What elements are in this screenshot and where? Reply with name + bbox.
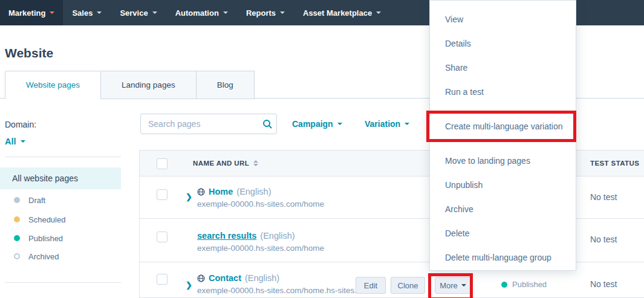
menu-item-details[interactable]: Details <box>430 31 576 56</box>
sidebar-item-archived[interactable]: Archived <box>0 251 121 262</box>
published-status-dot-icon <box>501 282 507 288</box>
chevron-down-icon <box>152 11 157 14</box>
chevron-down-icon <box>337 123 342 125</box>
select-all-checkbox[interactable] <box>157 158 168 169</box>
row-checkbox[interactable] <box>157 274 168 285</box>
nav-item-asset-marketplace[interactable]: Asset Marketplace <box>294 0 390 25</box>
expand-chevron-icon[interactable]: ❯ <box>186 280 192 290</box>
chevron-down-icon <box>223 11 228 14</box>
chevron-down-icon <box>405 123 409 125</box>
more-button[interactable]: More <box>435 277 471 294</box>
edit-button[interactable]: Edit <box>356 277 386 294</box>
globe-icon <box>197 274 205 282</box>
page-name-cell: Home (English) exemple-00000.hs-sites.co… <box>197 186 324 210</box>
chevron-down-icon <box>280 11 285 14</box>
search-input[interactable] <box>141 119 262 129</box>
nav-item-sales[interactable]: Sales <box>63 0 111 25</box>
globe-icon <box>197 188 205 196</box>
status-label: Published <box>28 234 63 243</box>
page-name-link[interactable]: Contact <box>209 272 241 284</box>
sidebar: Domain: All All website pages Draft Sche… <box>0 109 121 298</box>
tab-bar: Website pages Landing pages Blog <box>5 71 255 99</box>
menu-item-delete[interactable]: Delete <box>430 221 576 245</box>
menu-item-run-a-test[interactable]: Run a test <box>430 80 576 104</box>
sidebar-divider <box>5 157 121 157</box>
page-name-cell: Contact (English) exemple-00000.hs-sites… <box>197 272 361 297</box>
page-name-cell: search results (English) exemple-00000.h… <box>197 230 324 254</box>
domain-select[interactable]: All <box>5 137 25 146</box>
publish-status-label: Published <box>512 280 547 289</box>
nav-item-automation[interactable]: Automation <box>166 0 237 25</box>
scheduled-status-dot-icon <box>14 216 20 222</box>
clone-button[interactable]: Clone <box>391 277 425 294</box>
menu-item-unpublish[interactable]: Unpublish <box>430 173 576 197</box>
page-name-link[interactable]: Home <box>209 186 233 198</box>
campaign-filter-dropdown[interactable]: Campaign <box>292 119 342 129</box>
domain-select-value: All <box>5 137 16 146</box>
menu-item-share[interactable]: Share <box>430 56 576 80</box>
variation-filter-label: Variation <box>365 119 400 129</box>
status-label: Archived <box>28 252 59 261</box>
nav-item-label: Reports <box>246 8 276 18</box>
nav-item-label: Sales <box>72 8 93 18</box>
sidebar-item-scheduled[interactable]: Scheduled <box>0 214 121 225</box>
search-box <box>140 114 277 134</box>
page-url: exemple-00000.hs-sites.com/home <box>197 198 324 210</box>
row-checkbox[interactable] <box>157 232 168 242</box>
status-label: Scheduled <box>28 215 65 224</box>
column-header-test-status: TEST STATUS <box>590 160 639 167</box>
chevron-down-icon <box>21 140 25 143</box>
sort-icon[interactable] <box>253 160 258 166</box>
row-checkbox[interactable] <box>157 189 168 200</box>
nav-item-marketing[interactable]: Marketing <box>0 0 63 25</box>
menu-item-delete-multi-language-group[interactable]: Delete multi-language group <box>430 245 576 270</box>
column-header-name-and-url[interactable]: NAME AND URL <box>193 160 258 167</box>
chevron-down-icon <box>376 11 381 14</box>
page-url: exemple-00000.hs-sites.com/home.hs-sites… <box>197 285 361 297</box>
status-label: Draft <box>28 196 45 205</box>
menu-item-create-multi-language-variation[interactable]: Create multi-language variation <box>430 114 576 138</box>
nav-item-service[interactable]: Service <box>111 0 166 25</box>
page-name-link[interactable]: search results <box>197 230 256 242</box>
tab-website-pages[interactable]: Website pages <box>5 71 101 99</box>
chevron-down-icon <box>50 11 54 14</box>
sidebar-divider <box>5 282 121 283</box>
sidebar-item-draft[interactable]: Draft <box>0 195 121 206</box>
nav-item-label: Service <box>120 8 148 18</box>
sidebar-item-label: All website pages <box>12 173 78 183</box>
tab-landing-pages[interactable]: Landing pages <box>101 71 197 99</box>
published-status-dot-icon <box>14 235 20 241</box>
nav-item-label: Asset Marketplace <box>303 8 372 18</box>
chevron-down-icon <box>461 284 466 287</box>
page-language: (English) <box>245 272 279 284</box>
draft-status-dot-icon <box>14 197 20 203</box>
tab-blog[interactable]: Blog <box>197 71 255 99</box>
more-button-label: More <box>440 281 458 290</box>
archived-status-dot-icon <box>14 253 20 259</box>
chevron-down-icon <box>97 11 102 14</box>
expand-chevron-icon[interactable]: ❯ <box>186 192 192 201</box>
test-status-value: No test <box>590 279 617 289</box>
menu-item-view[interactable]: View <box>430 7 576 31</box>
page-language: (English) <box>260 230 294 242</box>
menu-item-move-to-landing-pages[interactable]: Move to landing pages <box>430 149 576 173</box>
page-language: (English) <box>236 186 271 198</box>
nav-item-label: Automation <box>175 8 219 18</box>
column-header-label: NAME AND URL <box>193 160 249 167</box>
domain-label: Domain: <box>5 120 36 129</box>
nav-item-label: Marketing <box>8 8 45 18</box>
test-status-value: No test <box>590 235 617 244</box>
page-title: Website <box>5 46 53 60</box>
sidebar-item-all-website-pages[interactable]: All website pages <box>0 167 121 189</box>
nav-item-reports[interactable]: Reports <box>237 0 294 25</box>
variation-filter-dropdown[interactable]: Variation <box>365 119 409 129</box>
menu-item-archive[interactable]: Archive <box>430 197 576 221</box>
website-pages-screen: Marketing Sales Service Automation Repor… <box>0 0 644 298</box>
publish-status-badge: Published <box>501 280 547 289</box>
test-status-value: No test <box>590 192 617 202</box>
search-icon[interactable] <box>262 119 273 129</box>
more-actions-menu: View Details Share Run a test Create mul… <box>429 0 576 271</box>
campaign-filter-label: Campaign <box>292 119 333 129</box>
page-url: exemple-00000.hs-sites.com/home <box>197 242 324 254</box>
sidebar-item-published[interactable]: Published <box>0 233 121 244</box>
